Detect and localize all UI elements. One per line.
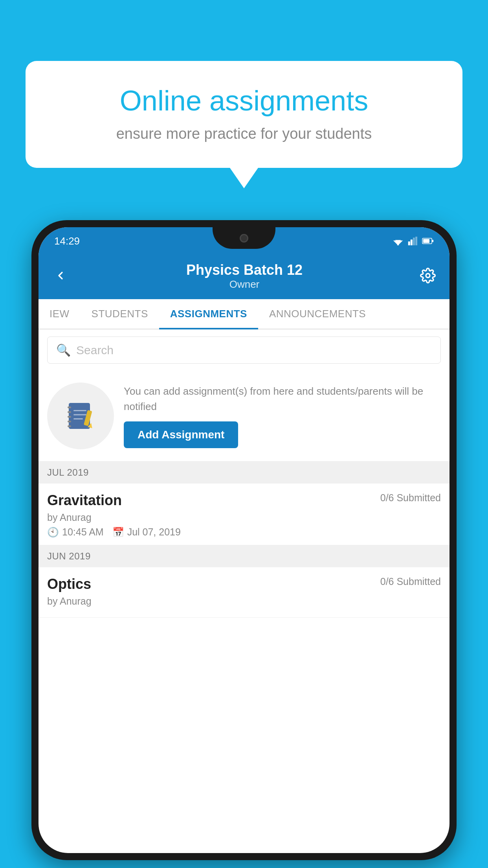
tab-iew[interactable]: IEW [39, 299, 81, 329]
section-header-jul: JUL 2019 [39, 462, 449, 484]
assignment-item-header: Gravitation 0/6 Submitted [47, 492, 441, 509]
speech-bubble-container: Online assignments ensure more practice … [26, 61, 462, 168]
phone-notch [213, 227, 275, 249]
wifi-icon [392, 237, 404, 245]
batch-title: Physics Batch 12 [69, 262, 420, 278]
svg-rect-18 [73, 414, 86, 416]
speech-bubble-title: Online assignments [53, 85, 435, 117]
speech-bubble: Online assignments ensure more practice … [26, 61, 462, 168]
assignment-date: Jul 07, 2019 [127, 526, 181, 538]
phone-inner: 14:29 [39, 227, 449, 853]
search-icon: 🔍 [56, 343, 71, 357]
svg-rect-4 [411, 239, 413, 245]
assignment-item-gravitation[interactable]: Gravitation 0/6 Submitted by Anurag 🕙 10… [39, 484, 449, 545]
promo-content: You can add assignment(s) from here and … [124, 384, 441, 448]
signal-icon [408, 237, 418, 245]
svg-rect-3 [408, 241, 410, 245]
tab-assignments[interactable]: ASSIGNMENTS [159, 299, 258, 329]
settings-button[interactable] [420, 268, 436, 285]
battery-icon [422, 237, 434, 245]
promo-icon-circle [47, 383, 114, 449]
header-title: Physics Batch 12 Owner [69, 262, 420, 291]
assignment-by: by Anurag [47, 512, 441, 523]
time-item: 🕙 10:45 AM [47, 526, 104, 538]
svg-rect-15 [68, 421, 71, 423]
svg-rect-8 [423, 239, 429, 243]
status-icons [392, 237, 434, 245]
assignment-item-header-optics: Optics 0/6 Submitted [47, 576, 441, 592]
tab-students[interactable]: STUDENTS [81, 299, 159, 329]
phone-camera [240, 234, 248, 243]
assignment-title: Gravitation [47, 492, 122, 509]
clock-icon: 🕙 [47, 527, 59, 538]
search-bar[interactable]: 🔍 Search [47, 337, 441, 364]
tabs-bar: IEW STUDENTS ASSIGNMENTS ANNOUNCEMENTS [39, 299, 449, 329]
assignment-item-optics[interactable]: Optics 0/6 Submitted by Anurag [39, 567, 449, 618]
svg-rect-14 [68, 416, 71, 418]
svg-rect-9 [432, 240, 433, 242]
assignment-time: 10:45 AM [62, 526, 104, 538]
assignment-submitted-optics: 0/6 Submitted [380, 576, 441, 587]
assignment-title-optics: Optics [47, 576, 91, 592]
tab-announcements[interactable]: ANNOUNCEMENTS [258, 299, 377, 329]
svg-rect-17 [73, 410, 86, 411]
speech-bubble-subtitle: ensure more practice for your students [53, 125, 435, 142]
svg-rect-16 [68, 425, 71, 427]
svg-rect-6 [415, 237, 417, 245]
svg-rect-5 [413, 237, 415, 245]
phone-frame: 14:29 [31, 220, 457, 860]
notebook-icon [63, 398, 98, 434]
back-button[interactable] [52, 265, 69, 288]
svg-rect-12 [68, 406, 71, 408]
status-time: 14:29 [54, 235, 80, 247]
svg-rect-13 [68, 411, 71, 413]
status-bar: 14:29 [39, 227, 449, 255]
svg-point-10 [426, 274, 430, 278]
section-header-jun: JUN 2019 [39, 545, 449, 567]
svg-rect-19 [73, 418, 83, 419]
add-assignment-promo: You can add assignment(s) from here and … [39, 371, 449, 462]
batch-subtitle: Owner [69, 278, 420, 291]
app-header: Physics Batch 12 Owner [39, 255, 449, 299]
calendar-icon: 📅 [112, 527, 124, 538]
add-assignment-button[interactable]: Add Assignment [124, 421, 238, 448]
search-input-placeholder[interactable]: Search [76, 344, 114, 357]
assignment-by-optics: by Anurag [47, 596, 441, 607]
assignment-submitted: 0/6 Submitted [380, 492, 441, 504]
assignment-time-row: 🕙 10:45 AM 📅 Jul 07, 2019 [47, 526, 441, 538]
search-container: 🔍 Search [39, 329, 449, 371]
date-item: 📅 Jul 07, 2019 [112, 526, 181, 538]
promo-text: You can add assignment(s) from here and … [124, 384, 441, 414]
